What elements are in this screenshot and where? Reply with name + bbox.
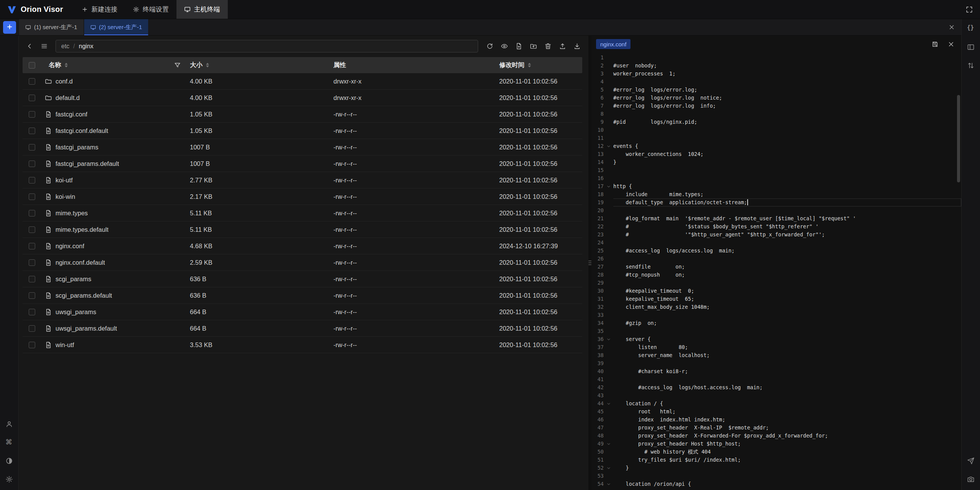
sort-name-icon[interactable] — [65, 63, 68, 68]
close-all-tabs-button[interactable] — [942, 19, 961, 35]
code-line[interactable]: 31 keepalive_timeout 65; — [591, 295, 961, 303]
code-line[interactable]: 50 # web history 模式 404 — [591, 448, 961, 456]
table-row[interactable]: uwsgi_params.default664 B-rw-r--r--2020-… — [23, 320, 582, 337]
camera-button[interactable] — [966, 475, 975, 484]
breadcrumb[interactable]: etc / nginx — [56, 40, 478, 52]
table-row[interactable]: nginx.conf.default2.59 KB-rw-r--r--2020-… — [23, 254, 582, 271]
code-line[interactable]: 26 — [591, 255, 961, 263]
fold-indicator[interactable] — [604, 480, 613, 488]
table-row[interactable]: default.d4.00 KBdrwxr-xr-x2020-11-01 10:… — [23, 90, 582, 106]
breadcrumb-segment[interactable]: etc — [61, 43, 69, 50]
folder-plus-button[interactable] — [527, 40, 539, 52]
code-line[interactable]: 45 root html; — [591, 408, 961, 416]
code-line[interactable]: 39 — [591, 359, 961, 367]
theme-button[interactable] — [5, 456, 14, 465]
table-row[interactable]: mime.types5.11 KB-rw-r--r--2020-11-01 10… — [23, 205, 582, 221]
trash-button[interactable] — [542, 40, 554, 52]
code-line[interactable]: 16 — [591, 174, 961, 182]
fold-indicator[interactable] — [604, 400, 613, 408]
back-button[interactable] — [23, 40, 36, 52]
tab-server-1[interactable]: (1) server-生产-1 — [19, 19, 83, 35]
code-line[interactable]: 29 — [591, 279, 961, 287]
row-checkbox[interactable] — [29, 161, 35, 167]
code-line[interactable]: 7#error_log logs/error.log info; — [591, 102, 961, 110]
row-checkbox[interactable] — [29, 210, 35, 216]
code-line[interactable]: 46 index index.html index.htm; — [591, 416, 961, 424]
filter-button[interactable] — [173, 61, 182, 70]
code-line[interactable]: 52 } — [591, 464, 961, 472]
code-line[interactable]: 6#error_log logs/error.log notice; — [591, 94, 961, 102]
code-line[interactable]: 48 proxy_set_header X-Forwarded-For $pro… — [591, 432, 961, 440]
table-row[interactable]: koi-win2.17 KB-rw-r--r--2020-11-01 10:02… — [23, 188, 582, 205]
fullscreen-button[interactable] — [959, 0, 980, 19]
code-line[interactable]: 35 — [591, 327, 961, 335]
code-line[interactable]: 20 — [591, 206, 961, 215]
row-checkbox[interactable] — [29, 78, 35, 85]
row-checkbox[interactable] — [29, 292, 35, 299]
braces-button[interactable]: {} — [966, 24, 975, 33]
code-line[interactable]: 3worker_processes 1; — [591, 70, 961, 78]
file-plus-button[interactable] — [513, 40, 525, 52]
code-line[interactable]: 18 include mime.types; — [591, 190, 961, 198]
fold-indicator[interactable] — [604, 142, 613, 150]
table-row[interactable]: koi-utf2.77 KB-rw-r--r--2020-11-01 10:02… — [23, 172, 582, 188]
fold-indicator[interactable] — [604, 335, 613, 343]
close-editor-button[interactable] — [946, 39, 956, 49]
code-line[interactable]: 41 — [591, 375, 961, 383]
menu-item-new-connection[interactable]: 新建连接 — [74, 0, 125, 19]
code-line[interactable]: 27 sendfile on; — [591, 263, 961, 271]
download-button[interactable] — [571, 40, 583, 52]
list-view-button[interactable] — [38, 40, 50, 52]
code-line[interactable]: 44 location / { — [591, 400, 961, 408]
table-row[interactable]: mime.types.default5.11 KB-rw-r--r--2020-… — [23, 221, 582, 238]
code-line[interactable]: 32 client_max_body_size 1048m; — [591, 303, 961, 311]
row-checkbox[interactable] — [29, 111, 35, 118]
save-button[interactable] — [930, 39, 940, 49]
code-line[interactable]: 10 — [591, 126, 961, 134]
send-button[interactable] — [966, 456, 975, 465]
fold-indicator[interactable] — [604, 182, 613, 190]
code-line[interactable]: 13 worker_connections 1024; — [591, 150, 961, 158]
refresh-button[interactable] — [483, 40, 496, 52]
code-line[interactable]: 54 location /orion/api { — [591, 480, 961, 488]
table-row[interactable]: conf.d4.00 KBdrwxr-xr-x2020-11-01 10:02:… — [23, 73, 582, 90]
tab-server-2[interactable]: (2) server-生产-1 — [84, 19, 149, 35]
table-row[interactable]: uwsgi_params664 B-rw-r--r--2020-11-01 10… — [23, 304, 582, 320]
row-checkbox[interactable] — [29, 144, 35, 151]
menu-item-host-terminal[interactable]: 主机终端 — [176, 0, 228, 19]
code-line[interactable]: 49 proxy_set_header Host $http_host; — [591, 440, 961, 448]
layout-button[interactable] — [966, 43, 975, 52]
breadcrumb-segment-current[interactable]: nginx — [79, 43, 93, 50]
code-line[interactable]: 11 — [591, 134, 961, 142]
fold-indicator[interactable] — [604, 464, 613, 472]
code-line[interactable]: 14} — [591, 158, 961, 166]
settings-gear-button[interactable] — [5, 475, 14, 484]
table-row[interactable]: scgi_params.default636 B-rw-r--r--2020-1… — [23, 287, 582, 304]
row-checkbox[interactable] — [29, 128, 35, 134]
code-editor[interactable]: 12#user nobody;3worker_processes 1;45#er… — [591, 52, 961, 490]
fold-indicator[interactable] — [604, 440, 613, 448]
eye-button[interactable] — [498, 40, 510, 52]
code-line[interactable]: 51 try_files $uri $uri/ /index.html; — [591, 456, 961, 464]
code-line[interactable]: 25 #access_log logs/access.log main; — [591, 247, 961, 255]
code-line[interactable]: 8 — [591, 110, 961, 118]
code-line[interactable]: 33 — [591, 311, 961, 319]
editor-scrollbar[interactable] — [957, 95, 960, 182]
code-line[interactable]: 28 #tcp_nopush on; — [591, 271, 961, 279]
user-button[interactable] — [5, 420, 14, 429]
menu-item-terminal-settings[interactable]: 终端设置 — [125, 0, 176, 19]
select-all-checkbox[interactable] — [29, 62, 35, 69]
code-line[interactable]: 19 default_type application/octet-stream… — [591, 198, 961, 206]
row-checkbox[interactable] — [29, 309, 35, 315]
sort-mtime-icon[interactable] — [528, 63, 531, 68]
code-line[interactable]: 12events { — [591, 142, 961, 150]
code-line[interactable]: 9#pid logs/nginx.pid; — [591, 118, 961, 126]
code-line[interactable]: 2#user nobody; — [591, 62, 961, 70]
code-line[interactable]: 5#error_log logs/error.log; — [591, 86, 961, 94]
code-line[interactable]: 4 — [591, 78, 961, 86]
code-line[interactable]: 47 proxy_set_header X-Real-IP $remote_ad… — [591, 424, 961, 432]
table-row[interactable]: nginx.conf4.68 KB-rw-r--r--2024-12-10 16… — [23, 238, 582, 254]
panel-splitter[interactable] — [588, 36, 591, 490]
table-row[interactable]: win-utf3.53 KB-rw-r--r--2020-11-01 10:02… — [23, 337, 582, 353]
table-row[interactable]: fastcgi_params.default1007 B-rw-r--r--20… — [23, 156, 582, 172]
